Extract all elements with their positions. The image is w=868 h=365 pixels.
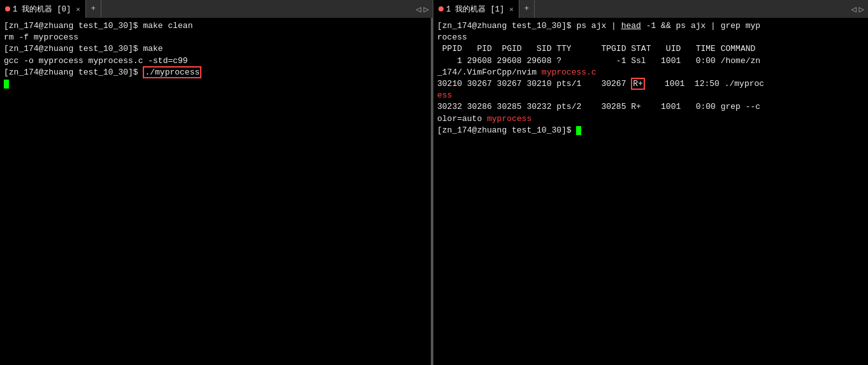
nav-right-arrow-right[interactable]: ▷	[858, 4, 865, 15]
tab-add-left[interactable]: +	[86, 0, 101, 18]
left-line-1: [zn_174@zhuang test_10_30]$ make clean	[4, 20, 427, 32]
left-line-5: [zn_174@zhuang test_10_30]$ ./myprocess	[4, 67, 427, 78]
nav-left-arrow-left[interactable]: ◁	[414, 4, 422, 15]
head-keyword: head	[621, 21, 641, 31]
tab-close-right[interactable]: ✕	[509, 5, 514, 13]
highlighted-command: ./myprocess	[143, 66, 201, 78]
right-cursor	[576, 126, 581, 135]
nav-left-arrow-right[interactable]: ◁	[850, 4, 857, 15]
right-line-4b: ess	[437, 90, 864, 101]
tab-dot-right	[438, 6, 444, 11]
left-cursor-line	[4, 78, 427, 90]
tab-label-right: 1 我的机器 [1]	[446, 4, 504, 15]
left-line-4: gcc -o myprocess myprocess.c -std=c99	[4, 55, 427, 67]
red-ess: ess	[437, 90, 452, 100]
right-prompt-line: [zn_174@zhuang test_10_30]$	[437, 125, 864, 136]
left-line-3: [zn_174@zhuang test_10_30]$ make	[4, 43, 427, 55]
left-cursor	[4, 80, 9, 89]
tab-add-right[interactable]: +	[519, 0, 535, 18]
right-line-2: PPID PID PGID SID TTY TPGID STAT UID TIM…	[437, 43, 864, 55]
right-line-5b: olor=auto myprocess	[437, 113, 864, 125]
left-line-2: rm -f myprocess	[4, 32, 427, 43]
tab-right[interactable]: 1 我的机器 [1] ✕	[433, 0, 519, 18]
terminal-panel-right[interactable]: [zn_174@zhuang test_10_30]$ ps ajx | hea…	[433, 18, 868, 365]
right-line-5: 30232 30286 30285 30232 pts/2 30285 R+ 1…	[437, 101, 864, 113]
tab-close-left[interactable]: ✕	[76, 5, 80, 13]
rplus-box: R+	[631, 78, 645, 90]
terminal-panel-left[interactable]: [zn_174@zhuang test_10_30]$ make clean r…	[0, 18, 433, 365]
right-line-1: [zn_174@zhuang test_10_30]$ ps ajx | hea…	[437, 20, 864, 32]
right-line-1b: rocess	[437, 32, 864, 43]
right-line-4: 30210 30267 30267 30210 pts/1 30267 R+ 1…	[437, 78, 864, 90]
right-line-3b: _174/.VimForCpp/nvim myprocess.c	[437, 67, 864, 78]
tab-dot-left	[5, 6, 10, 11]
tab-left[interactable]: 1 我的机器 [0] ✕	[0, 0, 86, 18]
add-tab-icon-left[interactable]: +	[91, 4, 96, 13]
red-myprocess2: myprocess	[487, 114, 532, 124]
red-myprocess-c: myprocess.c	[542, 68, 597, 77]
tab-label-left: 1 我的机器 [0]	[13, 4, 71, 15]
add-tab-icon-right[interactable]: +	[524, 4, 529, 13]
right-line-3: 1 29608 29608 29608 ? -1 Ssl 1001 0:00 /…	[437, 55, 864, 67]
nav-right-arrow-left[interactable]: ▷	[423, 4, 430, 15]
